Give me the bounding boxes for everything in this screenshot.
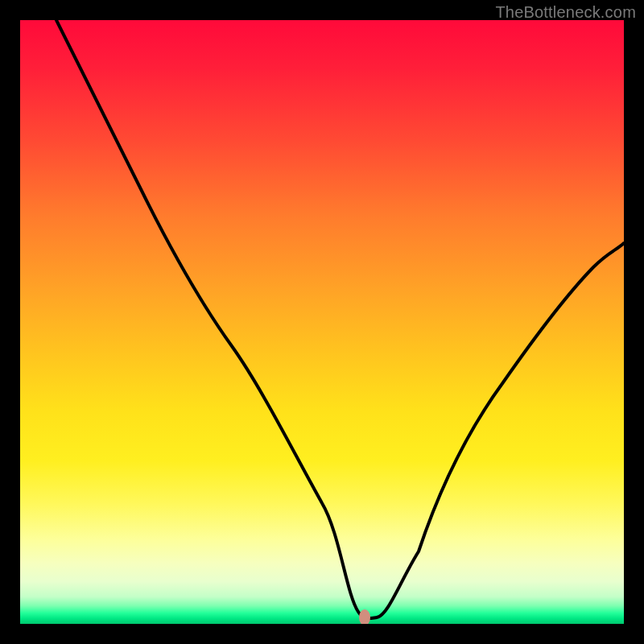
plot-area [20, 20, 624, 624]
curve-layer [20, 20, 624, 624]
chart-frame: TheBottleneck.com [0, 0, 644, 644]
optimal-point-marker [359, 609, 370, 624]
watermark-label: TheBottleneck.com [495, 3, 636, 22]
bottleneck-curve [56, 20, 624, 618]
